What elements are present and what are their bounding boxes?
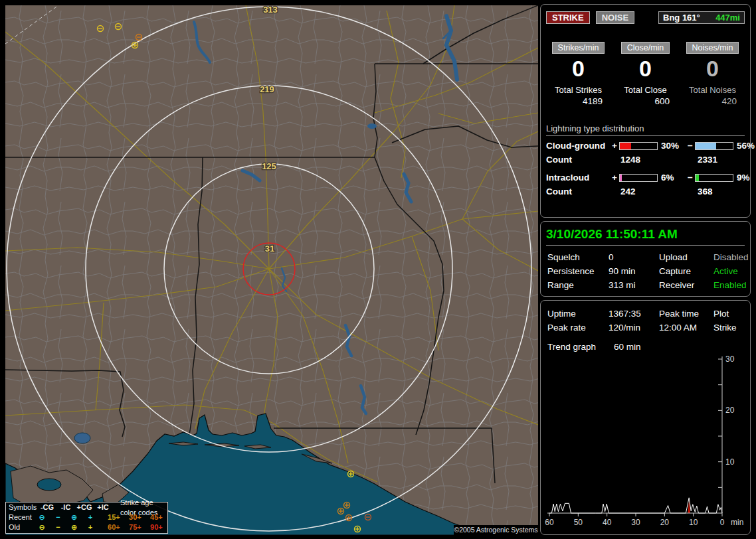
uptime-label: Uptime	[547, 309, 609, 319]
cg-negative-bar	[695, 142, 733, 150]
strikes-per-min-button[interactable]: Strikes/min	[552, 42, 605, 54]
ic-negative-pct: 9%	[733, 173, 750, 183]
intracloud-count-row: Count 242 368	[546, 187, 745, 196]
ic-positive-bar	[619, 174, 658, 182]
x-tick-label: 10	[689, 518, 698, 527]
noises-per-min-button[interactable]: Noises/min	[686, 42, 739, 54]
strike-counters-box: STRIKE NOISE Bng 161° 447mi Strikes/min …	[540, 4, 751, 218]
close-per-min-button[interactable]: Close/min	[621, 42, 670, 54]
age-90: 90+	[149, 522, 167, 532]
rate-counters: Strikes/min 0 Total Strikes 4189 Close/m…	[541, 24, 750, 106]
age-15: 15+	[106, 512, 125, 522]
receiver-status: Enabled	[713, 280, 749, 290]
trend-graph-header: Trend graph 60 min	[547, 342, 745, 352]
upload-label: Upload	[659, 252, 713, 262]
cloud-ground-count-row: Count 1248 2331	[546, 155, 745, 165]
age-60: 60+	[106, 522, 125, 532]
count-label: Count	[546, 187, 610, 196]
y-tick-label: 30	[725, 354, 735, 364]
legend-recent-label: Recent	[6, 512, 34, 522]
legend-col-nic: -IC	[56, 502, 75, 512]
x-axis-unit: min	[731, 518, 743, 527]
y-tick-label: 20	[725, 406, 735, 415]
status-box: 3/10/2026 11:50:11 AM Squelch 0 Upload D…	[540, 221, 751, 297]
x-tick-label: 0	[720, 518, 725, 527]
x-tick-label: 20	[660, 518, 670, 527]
trend-box: Uptime 1367:35 Peak time Plot Peak rate …	[540, 300, 751, 535]
old-nic-icon: −	[50, 522, 66, 532]
old-pcg-icon: ⊕	[66, 522, 82, 532]
ring-label-219: 219	[260, 84, 274, 94]
uptime-value: 1367:35	[609, 309, 659, 319]
peak-rate-label: Peak rate	[547, 323, 609, 333]
minus-sign: −	[686, 173, 695, 183]
total-noises-label: Total Noises	[679, 85, 746, 95]
legend-col-pic: +IC	[94, 502, 112, 512]
range-value: 313 mi	[609, 280, 659, 290]
total-strikes-label: Total Strikes	[545, 85, 612, 95]
trend-graph: 6050403020100min102030	[542, 352, 748, 533]
ic-positive-pct: 6%	[658, 173, 686, 183]
legend-col-pcg: +CG	[75, 502, 94, 512]
recent-ncg-icon: ⊖	[34, 512, 50, 522]
legend-symbols-header: Symbols	[6, 502, 38, 512]
squelch-value: 0	[609, 252, 659, 262]
strike-mode-button[interactable]: STRIKE	[546, 11, 590, 24]
receiver-label: Receiver	[659, 280, 713, 290]
persistence-label: Persistence	[547, 266, 609, 276]
bearing-distance: 447mi	[715, 12, 740, 23]
total-strikes-value: 4189	[545, 96, 612, 106]
plus-sign: +	[610, 141, 619, 151]
peak-time-value: 12:00 AM	[659, 323, 713, 333]
age-45: 45+	[149, 512, 167, 522]
x-tick-label: 50	[574, 518, 583, 527]
squelch-label: Squelch	[547, 252, 609, 262]
noise-mode-button[interactable]: NOISE	[596, 11, 634, 24]
plot-label: Plot	[713, 309, 745, 319]
close-counter: Close/min 0 Total Close 600	[612, 24, 679, 106]
total-noises-value: 420	[679, 96, 746, 106]
distribution-title: Lightning type distribution	[546, 123, 745, 136]
stats-grid: Uptime 1367:35 Peak time Plot Peak rate …	[547, 309, 745, 333]
small-lake	[367, 123, 377, 129]
old-pic-icon: +	[82, 522, 98, 532]
noises-per-min-value: 0	[679, 55, 746, 82]
lightning-distribution: Lightning type distribution Cloud-ground…	[546, 123, 745, 196]
ring-label-31: 31	[265, 244, 274, 254]
legend-old-row: Old ⊖ − ⊕ + 60+ 75+ 90+	[6, 522, 167, 532]
bearing-label: Bng 161°	[663, 12, 700, 23]
trend-graph-label: Trend graph	[547, 342, 614, 352]
mode-button-row: STRIKE NOISE Bng 161° 447mi	[546, 11, 745, 24]
bearing-readout: Bng 161° 447mi	[658, 11, 745, 24]
cg-negative-pct: 56%	[733, 141, 755, 151]
old-ncg-icon: ⊖	[34, 522, 50, 532]
x-tick-label: 60	[545, 518, 554, 527]
close-per-min-value: 0	[612, 55, 679, 82]
strikes-per-min-value: 0	[545, 55, 612, 82]
peak-rate-value: 120/min	[609, 323, 659, 333]
x-tick-label: 30	[631, 518, 640, 527]
recent-nic-icon: −	[50, 512, 66, 522]
map-legend: Symbols -CG -IC +CG +IC Strike age color…	[5, 502, 168, 534]
cg-positive-pct: 30%	[658, 141, 686, 151]
plus-sign: +	[610, 173, 619, 183]
legend-recent-row: Recent ⊖ − ⊕ + 15+ 30+ 45+	[6, 512, 167, 522]
trend-window-value: 60 min	[614, 342, 745, 352]
lagoon	[37, 479, 61, 491]
plot-type-value: Strike	[713, 323, 745, 333]
lightning-map[interactable]: 313 219 125 31 Symbols -CG -IC +CG +IC S…	[5, 5, 538, 535]
capture-label: Capture	[659, 266, 713, 276]
legend-header-row: Symbols -CG -IC +CG +IC Strike age color…	[6, 502, 167, 512]
cloud-ground-label: Cloud-ground	[546, 141, 610, 151]
map-canvas: 313 219 125 31	[5, 5, 538, 535]
settings-grid: Squelch 0 Upload Disabled Persistence 90…	[547, 252, 745, 290]
x-tick-label: 40	[603, 518, 612, 527]
strikes-counter: Strikes/min 0 Total Strikes 4189	[545, 24, 612, 106]
total-close-value: 600	[612, 96, 679, 106]
minus-sign: −	[686, 141, 695, 151]
ic-negative-bar	[695, 174, 733, 182]
y-tick-label: 10	[725, 457, 735, 467]
range-label: Range	[547, 280, 609, 290]
intracloud-label: Intracloud	[546, 173, 610, 183]
age-30: 30+	[128, 512, 146, 522]
